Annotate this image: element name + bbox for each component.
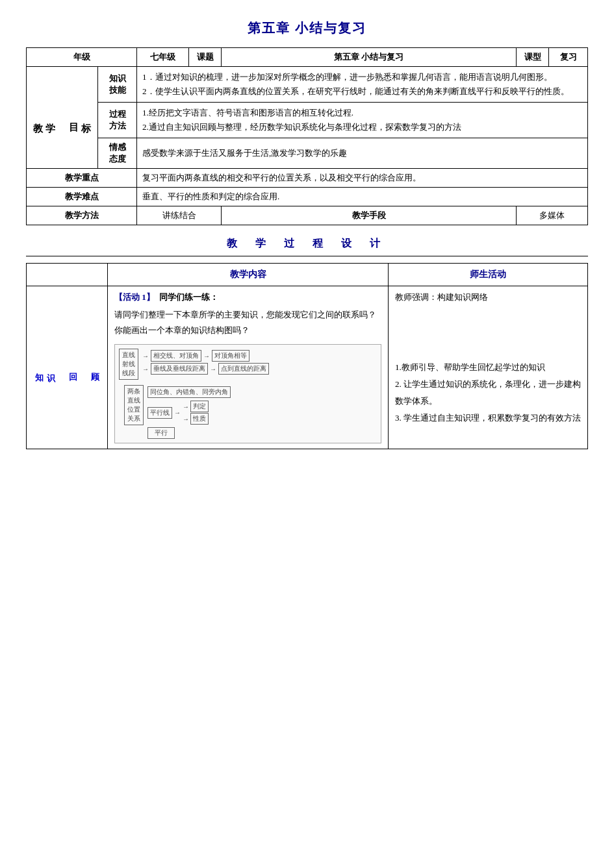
teacher-points: 1.教师引导、帮助学生回忆起学过的知识 2. 让学生通过知识的系统化，条理化，进… [395, 342, 581, 427]
type-label: 课型 [517, 48, 549, 67]
activity-cell: 【活动 1】 同学们练一练： 请同学们整理一下本章所学的主要知识，您能发现它们之… [108, 286, 389, 449]
emotion-content: 感受数学来源于生活又服务于生活,激发学习数学的乐趣 [137, 138, 588, 169]
difficulty-label: 教学难点 [27, 188, 137, 206]
knowledge-content: 1．通过对知识的梳理，进一步加深对所学概念的理解，进一步熟悉和掌握几何语言，能用… [137, 67, 588, 103]
knowledge-label: 知识技能 [98, 67, 137, 103]
type-value: 复习 [549, 48, 588, 67]
table-row-grade: 年级 七年级 课题 第五章 小结与复习 课型 复习 [27, 48, 588, 67]
table-row-method: 教学方法 讲练结合 教学手段 多媒体 [27, 206, 588, 225]
activity-bracket: 【活动 1】 [114, 292, 155, 302]
emotion-label: 情感态度 [98, 138, 137, 169]
method-value: 讲练结合 [137, 206, 222, 225]
course-label: 课题 [189, 48, 222, 67]
activity-content: 请同学们整理一下本章所学的主要知识，您能发现它们之间的联系吗？你能画出一个本章的… [114, 307, 381, 338]
table-row-knowledge: 教学目标 知识技能 1．通过对知识的梳理，进一步加深对所学概念的理解，进一步熟悉… [27, 67, 588, 103]
method-label: 教学方法 [27, 206, 137, 225]
objectives-label: 教学目标 [27, 67, 98, 169]
page-title: 第五章 小结与复习 [26, 19, 588, 37]
grade-value: 七年级 [137, 48, 189, 67]
table-row-emotion: 情感态度 感受数学来源于生活又服务于生活,激发学习数学的乐趣 [27, 138, 588, 169]
activity-title: 同学们练一练： [159, 292, 218, 302]
content-header-row: 教学内容 师生活动 [27, 264, 588, 286]
table-row-process: 过程方法 1.经历把文字语言、符号语言和图形语言的相互转化过程. 2.通过自主知… [27, 103, 588, 138]
grade-label: 年级 [27, 48, 137, 67]
teacher-points-text: 1.教师引导、帮助学生回忆起学过的知识 2. 让学生通过知识的系统化，条理化，进… [395, 362, 581, 423]
content-col1-header: 教学内容 [108, 264, 389, 286]
content-col2-header: 师生活动 [389, 264, 588, 286]
teacher-note: 教师强调：构建知识网络 [395, 291, 581, 303]
content-table: 教学内容 师生活动 知识回顾 【活动 1】 同学们练一练： 请同学们整理一下本章… [26, 263, 588, 449]
info-table: 年级 七年级 课题 第五章 小结与复习 课型 复习 教学目标 知识技能 1．通过… [26, 47, 588, 225]
means-label: 教学手段 [222, 206, 517, 225]
media-label: 多媒体 [517, 206, 588, 225]
section-divider: 教 学 过 程 设 计 [26, 237, 588, 256]
diagram-inner: 直线射线线段 → 相交线、对顶角 → 对顶角相等 → 垂线及垂线段 [119, 349, 377, 439]
teacher-activity-cell: 教师强调：构建知识网络 1.教师引导、帮助学生回忆起学过的知识 2. 让学生通过… [389, 286, 588, 449]
key-points-label: 教学重点 [27, 169, 137, 188]
key-points-content: 复习平面内两条直线的相交和平行的位置关系，以及相交平行的综合应用。 [137, 169, 588, 188]
table-row-difficulty: 教学难点 垂直、平行的性质和判定的综合应用. [27, 188, 588, 206]
process-content: 1.经历把文字语言、符号语言和图形语言的相互转化过程. 2.通过自主知识回顾与整… [137, 103, 588, 138]
content-main-row: 知识回顾 【活动 1】 同学们练一练： 请同学们整理一下本章所学的主要知识，您能… [27, 286, 588, 449]
difficulty-content: 垂直、平行的性质和判定的综合应用. [137, 188, 588, 206]
activity-header: 【活动 1】 同学们练一练： [114, 291, 381, 303]
process-label: 过程方法 [98, 103, 137, 138]
teacher-note-text: 教师强调：构建知识网络 [395, 292, 488, 302]
table-row-keypoints: 教学重点 复习平面内两条直线的相交和平行的位置关系，以及相交平行的综合应用。 [27, 169, 588, 188]
course-value: 第五章 小结与复习 [222, 48, 517, 67]
knowledge-diagram: 直线射线线段 → 相交线、对顶角 → 对顶角相等 → 垂线及垂线段 [114, 344, 381, 443]
section-label: 知识回顾 [27, 286, 108, 449]
content-col0-header [27, 264, 108, 286]
